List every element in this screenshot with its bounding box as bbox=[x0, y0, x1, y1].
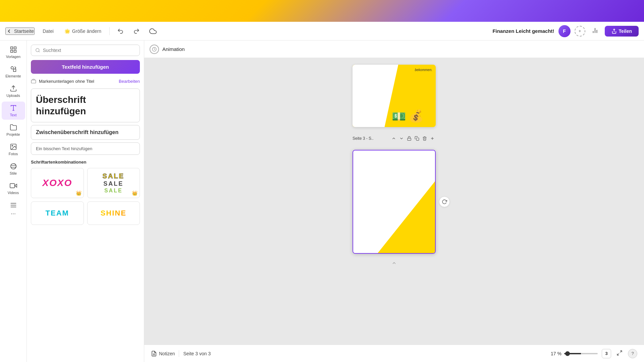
back-home-label: Startseite bbox=[14, 28, 34, 34]
svg-line-31 bbox=[620, 351, 622, 352]
font-combo-shine[interactable]: SHINE bbox=[87, 201, 140, 225]
resize-button[interactable]: 🌟 Größe ändern bbox=[62, 27, 104, 35]
svg-point-14 bbox=[12, 145, 13, 146]
font-combo-team[interactable]: TEAM bbox=[31, 201, 84, 225]
add-textfield-button[interactable]: Textfeld hinzufügen bbox=[31, 60, 140, 74]
slide-lock-button[interactable] bbox=[406, 135, 413, 142]
money-stack-icon: 💵 bbox=[392, 110, 406, 123]
team-text: TEAM bbox=[46, 209, 69, 218]
file-menu-button[interactable]: Datei bbox=[40, 27, 56, 35]
add-subheading-button[interactable]: Zwischenüberschrift hinzufügen bbox=[31, 125, 140, 140]
sidebar-icons: Vorlagen Elemente Uploads Text bbox=[0, 41, 27, 362]
sidebar-vorlagen-label: Vorlagen bbox=[6, 55, 20, 59]
slide-2-container: bekommen. 💵 💰 bbox=[353, 65, 436, 127]
edit-link[interactable]: Bearbeiten bbox=[119, 79, 140, 84]
sale-text-3: SALE bbox=[104, 188, 123, 194]
redo-button[interactable] bbox=[131, 26, 142, 37]
bottom-bar: Notizen Seite 3 von 3 17 % 3 ? bbox=[144, 345, 644, 362]
main-layout: Vorlagen Elemente Uploads Text bbox=[0, 41, 644, 362]
toolbar-separator bbox=[109, 27, 110, 35]
slide-current[interactable] bbox=[353, 150, 436, 254]
slide-up-button[interactable] bbox=[390, 135, 397, 142]
brand-icon bbox=[31, 78, 36, 84]
refresh-icon bbox=[442, 199, 447, 204]
sidebar-item-uploads[interactable]: Uploads bbox=[2, 82, 25, 100]
font-combos-title: Schriftartenkombinationen bbox=[31, 160, 140, 165]
search-input[interactable] bbox=[43, 48, 136, 53]
slide-3-container bbox=[353, 150, 436, 254]
avatar: F bbox=[558, 25, 571, 37]
sale-stack: SALE SALE SALE bbox=[103, 172, 124, 194]
svg-rect-7 bbox=[14, 50, 16, 52]
slide-2: bekommen. 💵 💰 bbox=[353, 65, 436, 127]
slide-copy-button[interactable] bbox=[414, 135, 420, 142]
brand-row: Markenunterlagen ohne Titel Bearbeiten bbox=[31, 78, 140, 84]
back-home-button[interactable]: Startseite bbox=[5, 27, 35, 35]
svg-line-22 bbox=[39, 51, 40, 52]
notes-icon bbox=[151, 351, 157, 357]
top-decorative-bar bbox=[0, 0, 644, 22]
undo-button[interactable] bbox=[115, 26, 126, 37]
canvas-scroll[interactable]: bekommen. 💵 💰 Seite 3 - S.. bbox=[144, 58, 644, 345]
animation-label: Animation bbox=[162, 46, 185, 52]
sidebar-item-elemente[interactable]: Elemente bbox=[2, 63, 25, 81]
sidebar-item-projekte[interactable]: Projekte bbox=[2, 121, 25, 139]
sidebar-fotos-label: Fotos bbox=[9, 152, 18, 156]
svg-marker-16 bbox=[14, 184, 16, 187]
animation-icon[interactable] bbox=[150, 45, 159, 54]
notes-button[interactable]: Notizen bbox=[151, 351, 175, 357]
sidebar-item-more[interactable]: ··· bbox=[2, 199, 25, 220]
add-body-button[interactable]: Ein bisschen Text hinzufügen bbox=[31, 142, 140, 155]
slide-down-button[interactable] bbox=[398, 135, 405, 142]
help-button[interactable]: ? bbox=[628, 349, 637, 358]
project-title: Finanzen Leicht gemacht! bbox=[492, 28, 554, 34]
slide2-white bbox=[353, 65, 398, 127]
sale-text-1: SALE bbox=[103, 172, 124, 180]
zoom-controls: 17 % bbox=[551, 351, 598, 356]
share-button[interactable]: Teilen bbox=[605, 26, 639, 37]
canvas-area: Animation bekommen. 💵 💰 bbox=[144, 41, 644, 362]
shine-text: SHINE bbox=[101, 209, 126, 218]
sidebar-item-text[interactable]: Text bbox=[2, 102, 25, 120]
svg-rect-4 bbox=[10, 47, 12, 49]
heading-text: Überschrift hinzufügen bbox=[36, 94, 135, 117]
sale-text-2: SALE bbox=[103, 180, 123, 187]
sidebar-projekte-label: Projekte bbox=[6, 132, 20, 136]
body-text: Ein bisschen Text hinzufügen bbox=[36, 146, 92, 151]
svg-line-32 bbox=[617, 354, 619, 355]
page-num-badge: 3 bbox=[602, 349, 611, 358]
sidebar-item-videos[interactable]: Videos bbox=[2, 179, 25, 197]
notes-label: Notizen bbox=[159, 351, 175, 356]
sidebar-item-vorlagen[interactable]: Vorlagen bbox=[2, 43, 25, 61]
svg-point-8 bbox=[11, 67, 13, 69]
crown-icon-1: 👑 bbox=[76, 190, 82, 196]
sidebar-text-label: Text bbox=[10, 113, 16, 117]
add-heading-button[interactable]: Überschrift hinzufügen bbox=[31, 88, 140, 122]
fullscreen-button[interactable] bbox=[615, 349, 624, 358]
sidebar-item-fotos[interactable]: Fotos bbox=[2, 140, 25, 159]
sidebar-elemente-label: Elemente bbox=[5, 74, 21, 78]
sidebar-item-stile[interactable]: Stile bbox=[2, 160, 25, 178]
search-icon bbox=[35, 48, 40, 53]
slide-delete-button[interactable] bbox=[421, 135, 428, 142]
refresh-slide-button[interactable] bbox=[439, 196, 450, 207]
subheading-text: Zwischenüberschrift hinzufügen bbox=[36, 129, 118, 135]
hide-panel-button[interactable]: ‹ bbox=[144, 195, 144, 208]
main-toolbar: Startseite Datei 🌟 Größe ändern bbox=[0, 22, 644, 41]
font-combo-sale[interactable]: SALE SALE SALE 👑 bbox=[87, 168, 140, 198]
analytics-button[interactable] bbox=[589, 25, 601, 37]
zoom-percent: 17 % bbox=[551, 351, 561, 356]
sidebar-videos-label: Videos bbox=[8, 191, 19, 195]
font-combo-xoxo[interactable]: XOXO 👑 bbox=[31, 168, 84, 198]
font-combos-grid: XOXO 👑 SALE SALE SALE 👑 TEAM SHINE bbox=[31, 168, 140, 225]
sidebar-more-label: ··· bbox=[11, 210, 16, 217]
cloud-save-button[interactable] bbox=[147, 25, 159, 37]
add-collaborator-button[interactable]: + bbox=[575, 26, 585, 37]
svg-rect-5 bbox=[14, 47, 16, 49]
slide-add-button[interactable] bbox=[429, 135, 436, 142]
sun-icon: 🌟 bbox=[64, 28, 70, 34]
zoom-slider[interactable] bbox=[564, 353, 598, 354]
svg-rect-17 bbox=[10, 184, 14, 188]
search-box bbox=[31, 45, 140, 56]
svg-point-21 bbox=[36, 48, 39, 52]
